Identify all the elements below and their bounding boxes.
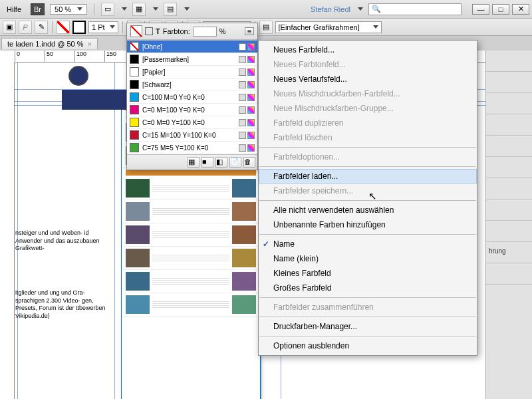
menu-item: Neues Mischdruckfarben-Farbfeld... [259,86,477,101]
swatch-item[interactable]: [Papier] [127,66,257,78]
ruler-tick: 100 [74,51,86,63]
screen-mode-icon[interactable]: ▭ [101,3,114,16]
swatch-type-icons [239,68,255,76]
swatches-panel-header[interactable]: T Farbton: % ≡ [127,23,257,40]
swatch-name-label: C=15 M=100 Y=100 K=0 [142,132,235,139]
menu-item[interactable]: Alle nicht verwendeten auswählen [259,203,477,217]
swatch-name-label: [Passermarken] [142,56,235,63]
swatch-type-icons [239,43,255,51]
menu-item[interactable]: Name (klein) [259,251,477,266]
window-close-button[interactable]: ✕ [512,4,529,15]
document-tab-title: te laden 1.indd @ 50 % [7,40,84,48]
swatches-footer: ▦ ■ ◧ 📄 🗑 [127,155,257,170]
window-minimize-button[interactable]: — [472,4,489,15]
menu-item: Neue Mischdruckfarben-Gruppe... [259,101,477,116]
vertical-ruler[interactable] [0,63,15,399]
menu-item[interactable]: Name [259,237,477,251]
application-menubar: Hilfe Br 50 % ▭ ▦ ▤ Stefan Riedl 🔍 — □ ✕ [0,0,532,19]
swatch-item[interactable]: C=0 M=0 Y=100 K=0 [127,116,257,129]
swatch-item[interactable]: C=0 M=100 Y=0 K=0 [127,104,257,116]
swatch-item[interactable]: [Ohne] [127,41,257,53]
ruler-tick: 0 [15,51,20,63]
swatch-name-label: C=75 M=5 Y=100 K=0 [142,144,235,152]
swatch-name-label: C=0 M=0 Y=100 K=0 [142,119,235,126]
swatches-list: [Ohne][Passermarken][Papier][Schwarz]C=1… [127,40,257,155]
fill-indicator-icon[interactable] [130,25,142,37]
search-input[interactable]: 🔍 [368,3,462,15]
tint-label: Farbton: [163,27,190,35]
swatch-item[interactable]: [Schwarz] [127,78,257,91]
swatch-item[interactable]: C=100 M=0 Y=0 K=0 [127,91,257,104]
menu-item: Farbfeldoptionen... [259,150,477,164]
menu-item[interactable]: Unbenannte Farben hinzufügen [259,217,477,232]
bridge-badge-icon[interactable]: Br [31,3,45,15]
document-tab-close-icon[interactable]: × [88,40,92,48]
stroke-weight-combo[interactable]: 1 Pt [88,21,118,33]
pen-tool-icon[interactable]: ✎ [35,21,48,34]
frame-type-icon[interactable]: ▤ [259,21,273,34]
swatches-flyout-menu: Neues Farbfeld...Neues Farbtonfeld...Neu… [258,40,477,356]
selection-tool-icon[interactable]: ▣ [3,21,16,34]
ruler-tick: 150 [104,51,116,63]
swatch-name-label: C=100 M=0 Y=0 K=0 [142,94,235,101]
swatch-type-icons [239,144,255,152]
logo-icon [68,66,88,86]
menu-item[interactable]: Neues Verlaufsfeld... [259,72,477,86]
swatch-chip-icon [130,67,139,76]
current-user-label[interactable]: Stefan Riedl [311,5,350,13]
tint-unit: % [219,27,226,35]
panel-label: hrung [486,242,532,263]
body-text-block-2: itglieder und ung und Gra- sprachigen 2.… [15,289,115,321]
menu-item[interactable]: Optionen ausblenden [259,338,477,353]
menu-item[interactable]: Kleines Farbfeld [259,266,477,281]
control-bar: ▣ P ✎ 1 Pt fx ▥ ▦ ⬚ ⬍ 4,233 mm ▤ [Einfac… [0,19,532,36]
swatch-type-icons [239,132,255,139]
show-all-swatches-icon[interactable]: ▦ [188,157,200,168]
swatch-name-label: C=0 M=100 Y=0 K=0 [142,106,235,114]
arrange-docs-icon[interactable]: ▦ [132,3,146,16]
swatch-chip-icon [130,143,139,152]
swatch-chip-icon [130,130,139,140]
ruler-tick: 50 [45,51,53,63]
menu-item: Farbfelder speichern... [259,184,477,198]
swatch-item[interactable]: C=15 M=100 Y=100 K=0 [127,129,257,142]
right-panel-dock[interactable]: hrung [485,51,532,399]
swatch-chip-icon [130,42,139,51]
help-menu[interactable]: Hilfe [3,5,25,13]
stroke-swatch-icon[interactable] [72,21,86,34]
swatch-chip-icon [130,55,139,64]
swatch-name-label: [Schwarz] [142,81,235,88]
document-tab[interactable]: te laden 1.indd @ 50 % × [1,38,98,49]
window-maximize-button[interactable]: □ [492,4,509,15]
container-format-icon[interactable] [145,27,153,35]
menu-item: Farbfeld löschen [259,130,477,145]
workspace-icon[interactable]: ▤ [164,3,177,16]
swatch-type-icons [239,81,255,88]
new-swatch-icon[interactable]: 📄 [229,157,241,168]
swatch-chip-icon [130,80,139,89]
zoom-level-combo[interactable]: 50 % [50,4,87,15]
menu-item[interactable]: Großes Farbfeld [259,281,477,295]
menu-item: Farbfelder zusammenführen [259,300,477,315]
frame-type-combo[interactable]: [Einfacher Grafikrahmen] [275,21,382,33]
swatch-type-icons [239,106,255,114]
panel-flyout-icon[interactable]: ≡ [245,27,254,35]
menu-item[interactable]: Farbfelder laden... [259,169,477,184]
swatch-chip-icon [130,92,139,102]
menu-item[interactable]: Druckfarben-Manager... [259,319,477,334]
swatch-chip-icon [130,118,139,127]
show-gradient-swatches-icon[interactable]: ◧ [215,157,227,168]
swatch-type-icons [239,94,255,101]
swatch-item[interactable]: C=75 M=5 Y=100 K=0 [127,142,257,154]
text-format-icon[interactable]: T [156,27,160,35]
tint-input[interactable] [193,27,217,37]
swatch-chip-icon [130,105,139,114]
fill-swatch-icon[interactable] [57,21,70,34]
menu-item[interactable]: Neues Farbfeld... [259,43,477,57]
type-tool-icon[interactable]: P [19,21,32,34]
swatch-item[interactable]: [Passermarken] [127,53,257,66]
show-color-swatches-icon[interactable]: ■ [201,157,213,168]
delete-swatch-icon[interactable]: 🗑 [243,157,255,168]
swatches-panel: T Farbton: % ≡ [Ohne][Passermarken][Papi… [126,23,258,170]
menu-item: Farbfeld duplizieren [259,116,477,130]
